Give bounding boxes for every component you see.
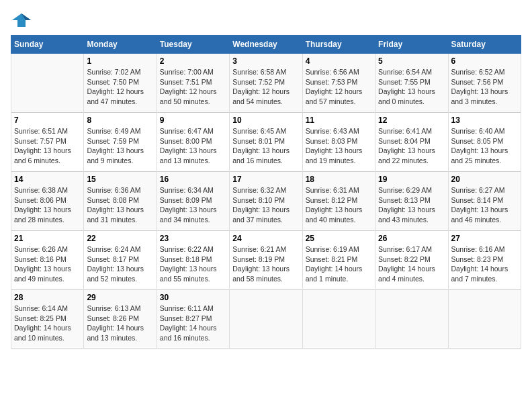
week-row-4: 21Sunrise: 6:26 AM Sunset: 8:16 PM Dayli… — [11, 231, 521, 290]
day-cell: 3Sunrise: 6:58 AM Sunset: 7:52 PM Daylig… — [230, 54, 302, 113]
header-cell-thursday: Thursday — [302, 36, 375, 54]
header-cell-friday: Friday — [375, 36, 448, 54]
day-number: 19 — [378, 175, 445, 184]
day-cell: 11Sunrise: 6:43 AM Sunset: 8:03 PM Dayli… — [302, 113, 375, 172]
day-cell: 8Sunrise: 6:49 AM Sunset: 7:59 PM Daylig… — [84, 113, 157, 172]
day-cell: 22Sunrise: 6:24 AM Sunset: 8:17 PM Dayli… — [84, 231, 157, 290]
day-cell: 17Sunrise: 6:32 AM Sunset: 8:10 PM Dayli… — [230, 172, 302, 231]
day-detail: Sunrise: 6:21 AM Sunset: 8:19 PM Dayligh… — [232, 244, 299, 284]
day-number: 11 — [306, 116, 372, 125]
day-number: 16 — [160, 175, 226, 184]
day-detail: Sunrise: 6:40 AM Sunset: 8:05 PM Dayligh… — [451, 126, 518, 166]
day-detail: Sunrise: 7:00 AM Sunset: 7:51 PM Dayligh… — [160, 67, 226, 107]
day-cell: 2Sunrise: 7:00 AM Sunset: 7:51 PM Daylig… — [157, 54, 229, 113]
day-number: 20 — [451, 175, 518, 184]
day-cell: 15Sunrise: 6:36 AM Sunset: 8:08 PM Dayli… — [84, 172, 157, 231]
day-cell: 5Sunrise: 6:54 AM Sunset: 7:55 PM Daylig… — [375, 54, 448, 113]
header-cell-sunday: Sunday — [11, 36, 84, 54]
day-number: 8 — [87, 116, 153, 125]
page-header — [11, 11, 521, 30]
day-cell: 30Sunrise: 6:11 AM Sunset: 8:27 PM Dayli… — [157, 290, 229, 349]
day-number: 5 — [378, 56, 445, 66]
day-detail: Sunrise: 6:16 AM Sunset: 8:23 PM Dayligh… — [451, 244, 518, 284]
day-detail: Sunrise: 6:51 AM Sunset: 7:57 PM Dayligh… — [14, 126, 81, 166]
day-detail: Sunrise: 6:47 AM Sunset: 8:00 PM Dayligh… — [160, 126, 226, 166]
day-number: 21 — [14, 234, 81, 243]
day-detail: Sunrise: 6:27 AM Sunset: 8:14 PM Dayligh… — [451, 185, 518, 225]
day-detail: Sunrise: 6:31 AM Sunset: 8:12 PM Dayligh… — [306, 185, 372, 225]
day-detail: Sunrise: 6:45 AM Sunset: 8:01 PM Dayligh… — [232, 126, 299, 166]
day-detail: Sunrise: 6:11 AM Sunset: 8:27 PM Dayligh… — [160, 304, 226, 343]
day-cell — [230, 290, 302, 349]
day-number: 6 — [451, 56, 518, 66]
day-number: 22 — [87, 234, 153, 243]
day-detail: Sunrise: 6:56 AM Sunset: 7:53 PM Dayligh… — [306, 67, 372, 107]
day-detail: Sunrise: 6:24 AM Sunset: 8:17 PM Dayligh… — [87, 244, 153, 284]
day-cell: 7Sunrise: 6:51 AM Sunset: 7:57 PM Daylig… — [11, 113, 84, 172]
day-number: 30 — [160, 293, 226, 302]
day-detail: Sunrise: 6:58 AM Sunset: 7:52 PM Dayligh… — [232, 67, 299, 107]
day-detail: Sunrise: 6:38 AM Sunset: 8:06 PM Dayligh… — [14, 185, 81, 225]
day-cell: 27Sunrise: 6:16 AM Sunset: 8:23 PM Dayli… — [448, 231, 521, 290]
logo-icon — [11, 11, 32, 30]
day-number: 2 — [160, 56, 226, 66]
header-cell-wednesday: Wednesday — [230, 36, 302, 54]
day-number: 29 — [87, 293, 153, 302]
day-number: 10 — [232, 116, 299, 125]
week-row-5: 28Sunrise: 6:14 AM Sunset: 8:25 PM Dayli… — [11, 290, 521, 349]
day-detail: Sunrise: 6:43 AM Sunset: 8:03 PM Dayligh… — [306, 126, 372, 166]
day-cell: 23Sunrise: 6:22 AM Sunset: 8:18 PM Dayli… — [157, 231, 229, 290]
calendar-header: SundayMondayTuesdayWednesdayThursdayFrid… — [11, 36, 521, 54]
day-cell: 16Sunrise: 6:34 AM Sunset: 8:09 PM Dayli… — [157, 172, 229, 231]
day-cell: 24Sunrise: 6:21 AM Sunset: 8:19 PM Dayli… — [230, 231, 302, 290]
day-number: 14 — [14, 175, 81, 184]
day-detail: Sunrise: 6:17 AM Sunset: 8:22 PM Dayligh… — [378, 244, 445, 284]
calendar-table: SundayMondayTuesdayWednesdayThursdayFrid… — [11, 35, 521, 349]
day-number: 3 — [232, 56, 299, 66]
day-cell — [302, 290, 375, 349]
day-cell: 20Sunrise: 6:27 AM Sunset: 8:14 PM Dayli… — [448, 172, 521, 231]
day-cell: 29Sunrise: 6:13 AM Sunset: 8:26 PM Dayli… — [84, 290, 157, 349]
day-cell: 1Sunrise: 7:02 AM Sunset: 7:50 PM Daylig… — [84, 54, 157, 113]
day-number: 9 — [160, 116, 226, 125]
week-row-3: 14Sunrise: 6:38 AM Sunset: 8:06 PM Dayli… — [11, 172, 521, 231]
day-cell: 10Sunrise: 6:45 AM Sunset: 8:01 PM Dayli… — [230, 113, 302, 172]
day-detail: Sunrise: 6:36 AM Sunset: 8:08 PM Dayligh… — [87, 185, 153, 225]
day-cell: 18Sunrise: 6:31 AM Sunset: 8:12 PM Dayli… — [302, 172, 375, 231]
header-row: SundayMondayTuesdayWednesdayThursdayFrid… — [11, 36, 521, 54]
day-cell: 21Sunrise: 6:26 AM Sunset: 8:16 PM Dayli… — [11, 231, 84, 290]
day-number: 12 — [378, 116, 445, 125]
day-cell: 28Sunrise: 6:14 AM Sunset: 8:25 PM Dayli… — [11, 290, 84, 349]
day-number: 27 — [451, 234, 518, 243]
header-cell-monday: Monday — [84, 36, 157, 54]
day-number: 23 — [160, 234, 226, 243]
day-number: 15 — [87, 175, 153, 184]
day-detail: Sunrise: 6:14 AM Sunset: 8:25 PM Dayligh… — [14, 304, 81, 343]
day-number: 13 — [451, 116, 518, 125]
day-cell: 6Sunrise: 6:52 AM Sunset: 7:56 PM Daylig… — [448, 54, 521, 113]
day-cell: 4Sunrise: 6:56 AM Sunset: 7:53 PM Daylig… — [302, 54, 375, 113]
day-number: 17 — [232, 175, 299, 184]
day-detail: Sunrise: 6:13 AM Sunset: 8:26 PM Dayligh… — [87, 304, 153, 343]
day-detail: Sunrise: 6:49 AM Sunset: 7:59 PM Dayligh… — [87, 126, 153, 166]
day-cell: 13Sunrise: 6:40 AM Sunset: 8:05 PM Dayli… — [448, 113, 521, 172]
day-number: 24 — [232, 234, 299, 243]
day-number: 28 — [14, 293, 81, 302]
week-row-1: 1Sunrise: 7:02 AM Sunset: 7:50 PM Daylig… — [11, 54, 521, 113]
week-row-2: 7Sunrise: 6:51 AM Sunset: 7:57 PM Daylig… — [11, 113, 521, 172]
day-detail: Sunrise: 6:19 AM Sunset: 8:21 PM Dayligh… — [306, 244, 372, 284]
day-detail: Sunrise: 6:22 AM Sunset: 8:18 PM Dayligh… — [160, 244, 226, 284]
day-number: 4 — [306, 56, 372, 66]
day-detail: Sunrise: 6:54 AM Sunset: 7:55 PM Dayligh… — [378, 67, 445, 107]
day-detail: Sunrise: 6:26 AM Sunset: 8:16 PM Dayligh… — [14, 244, 81, 284]
day-number: 18 — [306, 175, 372, 184]
header-cell-tuesday: Tuesday — [157, 36, 229, 54]
day-detail: Sunrise: 6:34 AM Sunset: 8:09 PM Dayligh… — [160, 185, 226, 225]
day-cell: 12Sunrise: 6:41 AM Sunset: 8:04 PM Dayli… — [375, 113, 448, 172]
day-detail: Sunrise: 6:32 AM Sunset: 8:10 PM Dayligh… — [232, 185, 299, 225]
day-detail: Sunrise: 6:52 AM Sunset: 7:56 PM Dayligh… — [451, 67, 518, 107]
day-number: 26 — [378, 234, 445, 243]
day-cell — [375, 290, 448, 349]
day-detail: Sunrise: 6:41 AM Sunset: 8:04 PM Dayligh… — [378, 126, 445, 166]
calendar-body: 1Sunrise: 7:02 AM Sunset: 7:50 PM Daylig… — [11, 54, 521, 349]
